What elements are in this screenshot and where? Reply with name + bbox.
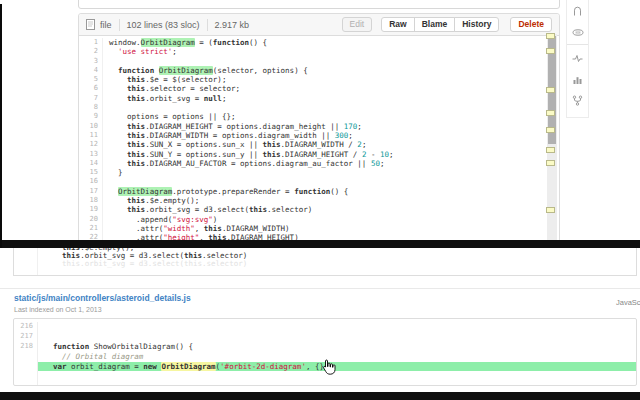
line-number[interactable]: 14 [79,159,103,168]
match-marker[interactable] [546,127,555,133]
counter-icon[interactable] [567,22,588,42]
code-line: 6 this.selector = selector; [79,84,559,93]
pulse-icon[interactable] [567,48,588,68]
line-number[interactable]: 20 [79,215,103,224]
code-line: 216 [14,322,636,332]
match-marker[interactable] [546,160,555,166]
code-line: 10 this.DIAGRAM_HEIGHT = options.diagram… [79,122,559,131]
code-line: 218 function ShowOrbitalDiagram() { [14,342,636,352]
code-line: 3 [79,57,559,66]
graphs-icon[interactable] [567,69,588,89]
result-snippet-box[interactable]: 216217218 function ShowOrbitalDiagram() … [13,318,637,386]
book-icon[interactable] [567,1,588,21]
line-number[interactable]: 9 [79,112,103,121]
line-number[interactable] [14,352,38,362]
divider [119,19,120,31]
line-number[interactable]: 12 [79,140,103,149]
line-number[interactable]: 19 [79,205,103,214]
code-line: 13 this.SUN_Y = options.sun_y || this.DI… [79,150,559,159]
code-line [14,381,636,386]
line-number[interactable]: 13 [79,150,103,159]
line-number[interactable]: 11 [79,131,103,140]
line-number[interactable]: 4 [79,66,103,75]
edit-button: Edit [342,17,373,32]
code-line: 21 .attr("width", this.DIAGRAM_WIDTH) [79,224,559,233]
code-line: 217 [14,332,636,342]
file-code-listing[interactable]: 1window.OrbitDiagram = (function() {2 'u… [79,36,559,240]
history-button[interactable]: History [454,17,499,32]
raw-button[interactable]: Raw [381,17,414,32]
code-line: this.orbit_svg = d3.select(this.selector… [38,260,636,268]
line-number[interactable]: 217 [14,332,38,342]
code-line: 8 [79,103,559,112]
network-icon[interactable] [567,90,588,110]
code-line: 18 this.$e.empty(); [79,196,559,205]
line-number[interactable]: 15 [79,168,103,177]
line-number[interactable]: 16 [79,177,103,186]
code-line: var orbit_diagram = new OrbitDiagram('#o… [14,362,636,372]
screenshot-frame-left [0,4,2,248]
line-number[interactable]: 21 [79,224,103,233]
code-line: 12 this.SUN_X = options.sun_x || this.DI… [79,140,559,149]
line-number[interactable]: 7 [79,94,103,103]
repo-mini-sidebar [566,0,589,118]
code-line: 9 options = options || {}; [79,112,559,121]
file-stats: 102 lines (83 sloc) [127,20,200,30]
match-marker[interactable] [546,87,555,93]
code-line: 20 .append("svg:svg") [79,215,559,224]
line-number[interactable]: 8 [79,103,103,112]
match-marker[interactable] [546,33,555,39]
file-box: file 102 lines (83 sloc) 2.917 kb Edit R… [78,13,560,240]
view-buttons-group: Raw Blame History [381,17,499,32]
truncated-top-box [78,0,560,9]
result-language-badge: JavaScript [616,298,640,307]
code-line: 17 OrbitDiagram.prototype.prepareRender … [79,187,559,196]
line-number[interactable]: 18 [79,196,103,205]
blame-button[interactable]: Blame [414,17,456,32]
code-line: 11 this.DIAGRAM_WIDTH = options.diagram_… [79,131,559,140]
line-number[interactable] [14,371,38,381]
line-number[interactable]: 22 [79,233,103,240]
file-label: file [100,20,112,30]
code-line: 5 this.$e = $(selector); [79,75,559,84]
screenshot-frame-bottom [0,392,640,400]
file-icon [86,19,95,30]
result-indexed-date: Last indexed on Oct 1, 2013 [14,306,102,313]
file-header: file 102 lines (83 sloc) 2.917 kb Edit R… [79,14,559,36]
match-marker[interactable] [546,147,555,153]
code-line: 19 this.orbit_svg = d3.select(this.selec… [79,205,559,214]
code-line: 2 'use strict'; [79,47,559,56]
code-line: 7 this.orbit_svg = null; [79,94,559,103]
code-line [14,371,636,381]
line-number[interactable]: 3 [79,57,103,66]
search-match-markers [546,0,555,240]
match-marker[interactable] [546,207,555,213]
toolbar-divider [567,44,588,45]
line-number[interactable]: 1 [79,38,103,47]
code-line: 22 .attr("height", this.DIAGRAM_HEIGHT) [79,233,559,240]
line-number[interactable]: 218 [14,342,38,352]
code-line: 16 [79,177,559,186]
code-line: 14 this.DIAGRAM_AU_FACTOR = options.diag… [79,159,559,168]
line-number[interactable]: 2 [79,47,103,56]
result-file-link[interactable]: static/js/main/controllers/asteroid_deta… [14,293,191,303]
line-number[interactable]: 10 [79,122,103,131]
line-number[interactable]: 17 [79,187,103,196]
file-size: 2.917 kb [215,20,250,30]
code-line: 15 } [79,168,559,177]
code-line: 4 function OrbitDiagram(selector, option… [79,66,559,75]
line-number[interactable]: 5 [79,75,103,84]
line-number[interactable] [14,381,38,386]
file-view-screenshot: file 102 lines (83 sloc) 2.917 kb Edit R… [0,0,640,240]
divider [207,19,208,31]
line-number[interactable] [14,362,38,372]
line-number[interactable]: 216 [14,322,38,332]
screenshot-frame-middle [0,240,640,248]
line-number[interactable]: 6 [79,84,103,93]
code-line: // Orbital diagram [14,352,636,362]
match-marker[interactable] [546,110,555,116]
code-search-results-screenshot: this.$e.empty(); this.orbit_svg = d3.sel… [0,240,640,400]
match-marker[interactable] [546,48,555,54]
code-line: 1window.OrbitDiagram = (function() { [79,38,559,47]
results-divider [0,288,640,289]
